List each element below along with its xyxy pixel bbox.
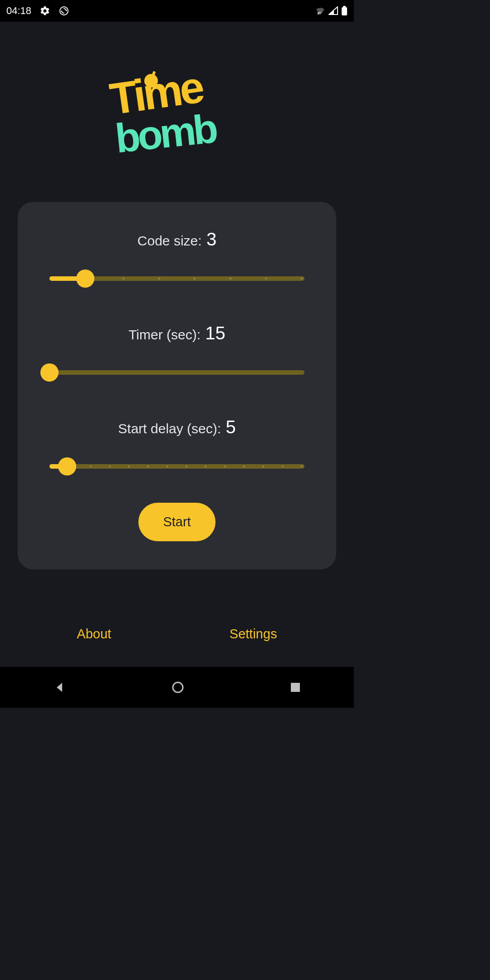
timer-slider[interactable]	[49, 363, 304, 382]
gear-icon	[39, 5, 50, 16]
status-time: 04:18	[6, 5, 31, 17]
svg-point-0	[60, 7, 68, 15]
timer-label: Timer (sec): 15	[49, 323, 304, 343]
nav-bar	[0, 667, 354, 708]
svg-rect-5	[291, 683, 300, 692]
app-screen: Time bomb Code size: 3 Timer (sec): 15	[0, 22, 354, 667]
svg-text:×: ×	[317, 11, 320, 15]
settings-card: Code size: 3 Timer (sec): 15	[18, 202, 336, 569]
sync-icon	[59, 5, 69, 16]
code-size-slider[interactable]	[49, 270, 304, 288]
start-delay-slider[interactable]	[49, 457, 304, 475]
svg-rect-3	[343, 6, 346, 7]
start-delay-control: Start delay (sec): 5	[49, 417, 304, 475]
battery-icon	[341, 6, 348, 16]
nav-home-button[interactable]	[172, 681, 184, 693]
svg-point-4	[173, 682, 183, 692]
code-size-control: Code size: 3	[49, 229, 304, 288]
start-delay-label: Start delay (sec): 5	[49, 417, 304, 437]
nav-recent-button[interactable]	[290, 682, 301, 693]
signal-icon	[328, 6, 338, 15]
status-bar: 04:18 ×	[0, 0, 354, 22]
about-link[interactable]: About	[77, 627, 111, 642]
wifi-icon: ×	[315, 6, 326, 15]
nav-back-button[interactable]	[53, 681, 66, 694]
settings-link[interactable]: Settings	[230, 627, 277, 642]
timer-control: Timer (sec): 15	[49, 323, 304, 382]
start-button[interactable]: Start	[138, 503, 215, 541]
footer-links: About Settings	[18, 627, 336, 642]
code-size-label: Code size: 3	[49, 229, 304, 250]
svg-rect-2	[342, 7, 347, 15]
app-logo: Time bomb	[109, 69, 245, 160]
